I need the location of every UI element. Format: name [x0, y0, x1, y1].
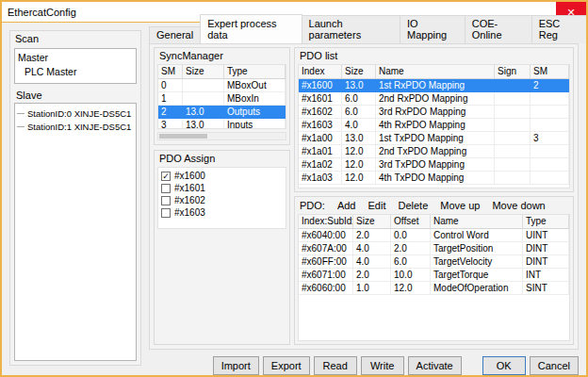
sync-manager-group: SyncManager SM Size Type 0 MBoxOut 1 [154, 47, 290, 145]
column-header[interactable]: Size [342, 65, 376, 79]
ethercat-config-window: EthercatConfig ✕ Scan Master PLC Master … [0, 0, 588, 377]
footer-button-bar: Import Export Read Write Activate OK Can… [213, 355, 579, 375]
column-header[interactable]: Name [376, 65, 495, 79]
slave-tree[interactable]: StationID:0 XINJE-DS5C1 CoE Drive Re... … [14, 103, 137, 361]
table-row[interactable]: #x60FF:00 4.0 6.0 TargetVelocity DINT [299, 255, 569, 269]
table-row[interactable]: #x1a00 13.0 1st TxPDO Mapping 3 [299, 132, 569, 145]
pdo-list-table[interactable]: Index Size Name Sign SM #x1600 13.0 1st … [298, 64, 570, 188]
pdo-edit-button[interactable]: Edit [368, 200, 385, 211]
dialog-body: Scan Master PLC Master Slave StationID:0… [2, 25, 586, 375]
column-header[interactable]: Name [431, 215, 523, 229]
master-list-header[interactable]: Master [18, 51, 133, 65]
table-row[interactable]: #x6071:00 2.0 10.0 TargetTorque INT [299, 269, 569, 282]
column-header[interactable]: Index [299, 65, 342, 79]
column-header[interactable]: Type [224, 65, 286, 79]
sync-manager-group-label: SyncManager [155, 48, 289, 63]
pdo-delete-button[interactable]: Delete [398, 200, 428, 211]
horizontal-scrollbar[interactable] [157, 132, 286, 140]
tab-page-expert-process-data: SyncManager SM Size Type 0 MBoxOut 1 [149, 43, 579, 350]
cancel-button[interactable]: Cancel [530, 356, 579, 375]
tab-expert-process-data[interactable]: Expert process data [200, 14, 302, 43]
scan-group: Scan Master PLC Master Slave StationID:0… [9, 30, 141, 366]
tree-branch-icon [17, 126, 24, 127]
pdo-list-group: PDO list Index Size Name Sign SM #x1600 … [294, 47, 574, 192]
table-row[interactable]: 0 MBoxOut [158, 79, 286, 92]
pdo-content-group: PDO: Add Edit Delete Move up Move down I… [294, 196, 574, 345]
pdo-entries-table[interactable]: Index:SubIdx Size Offset Name Type #x604… [298, 214, 570, 341]
column-header[interactable]: SM [158, 65, 183, 79]
tab-esc-reg[interactable]: ESC Reg [531, 15, 587, 43]
slave-tree-item-station1[interactable]: StationID:1 XINJE-DS5C1 CoE Drive Re... [17, 120, 134, 133]
write-button[interactable]: Write [361, 356, 404, 375]
scan-group-label: Scan [10, 31, 140, 46]
column-header[interactable]: Sign [495, 65, 531, 79]
tab-bar: General Expert process data Launch param… [149, 25, 586, 43]
sync-manager-table[interactable]: SM Size Type 0 MBoxOut 1 MBoxIn [157, 64, 286, 129]
pdo-assign-group: PDO Assign ✓ #x1600 #x1601 #x1602 [154, 150, 290, 345]
table-row[interactable]: #x6040:00 2.0 0.0 Control Word UINT [299, 229, 569, 242]
export-button[interactable]: Export [263, 356, 310, 375]
column-header[interactable]: SM [531, 65, 569, 79]
tab-coe-online[interactable]: COE-Online [465, 15, 532, 43]
slave-tree-item-label: StationID:0 XINJE-DS5C1 CoE Drive Re... [27, 108, 134, 119]
slave-tree-item-station0[interactable]: StationID:0 XINJE-DS5C1 CoE Drive Re... [17, 107, 134, 120]
checkbox-unchecked-icon[interactable] [161, 196, 171, 205]
import-button[interactable]: Import [213, 356, 259, 375]
pdo-assign-item-1600[interactable]: ✓ #x1600 [161, 170, 283, 182]
checkbox-unchecked-icon[interactable] [161, 184, 171, 193]
pdo-assign-item-1603[interactable]: #x1603 [161, 206, 283, 219]
tree-branch-icon [17, 113, 24, 114]
pdo-assign-group-label: PDO Assign [155, 151, 289, 166]
pdo-move-up-button[interactable]: Move up [440, 200, 480, 211]
column-header[interactable]: Size [353, 215, 391, 229]
tab-general[interactable]: General [149, 26, 201, 43]
pdo-list-group-label: PDO list [295, 48, 573, 63]
column-header[interactable]: Size [183, 65, 224, 79]
table-header-row: SM Size Type [158, 65, 286, 79]
pdo-actions-label: PDO: [300, 200, 325, 211]
checkbox-unchecked-icon[interactable] [161, 208, 171, 218]
table-row[interactable]: #x1603 4.0 4th RxPDO Mapping [299, 119, 569, 132]
slave-label: Slave [10, 84, 140, 103]
slave-tree-item-label: StationID:1 XINJE-DS5C1 CoE Drive Re... [27, 122, 134, 132]
table-row[interactable]: #x607A:00 4.0 2.0 TargetPosition DINT [299, 242, 569, 255]
table-row[interactable]: #x1601 6.0 2nd RxPDO Mapping [299, 92, 569, 106]
table-row[interactable]: #x1a03 12.0 4th TxPDO Mapping [299, 172, 569, 185]
table-row[interactable]: #x1a01 12.0 2nd TxPDO Mapping [299, 145, 569, 158]
scrollbar-thumb[interactable] [159, 134, 207, 139]
table-header-row: Index Size Name Sign SM [299, 65, 569, 79]
table-row[interactable]: 1 MBoxIn [158, 92, 286, 106]
pdo-assign-item-1602[interactable]: #x1602 [161, 194, 283, 206]
column-header[interactable]: Index:SubIdx [299, 215, 353, 229]
tab-launch-parameters[interactable]: Launch parameters [302, 15, 400, 43]
pdo-assign-list[interactable]: ✓ #x1600 #x1601 #x1602 #x1603 [157, 167, 286, 229]
table-row[interactable]: #x1a02 12.0 3rd TxPDO Mapping [299, 158, 569, 172]
master-list[interactable]: Master PLC Master [14, 48, 137, 84]
table-header-row: Index:SubIdx Size Offset Name Type [299, 215, 569, 229]
tab-io-mapping[interactable]: IO Mapping [400, 15, 466, 43]
window-title: EthercatConfig [8, 7, 76, 18]
table-row-selected[interactable]: 2 13.0 Outputs [158, 106, 286, 119]
checkbox-checked-icon[interactable]: ✓ [161, 172, 171, 181]
pdo-move-down-button[interactable]: Move down [492, 200, 545, 211]
column-header[interactable]: Type [523, 215, 569, 229]
table-row[interactable]: #x6060:00 1.0 12.0 ModeOfOperation SINT [299, 282, 569, 295]
ok-button[interactable]: OK [482, 356, 526, 375]
master-list-item-plc-master[interactable]: PLC Master [18, 65, 133, 79]
pdo-add-button[interactable]: Add [337, 200, 356, 211]
column-header[interactable]: Offset [391, 215, 431, 229]
pdo-assign-item-1601[interactable]: #x1601 [161, 182, 283, 194]
table-row[interactable]: 3 13.0 Inputs [158, 119, 286, 129]
read-button[interactable]: Read [314, 356, 357, 375]
table-row[interactable]: #x1602 6.0 3rd RxPDO Mapping [299, 106, 569, 119]
table-row-selected[interactable]: #x1600 13.0 1st RxPDO Mapping 2 [299, 79, 569, 92]
pdo-actions-bar: PDO: Add Edit Delete Move up Move down [295, 197, 573, 212]
activate-button[interactable]: Activate [408, 356, 462, 375]
